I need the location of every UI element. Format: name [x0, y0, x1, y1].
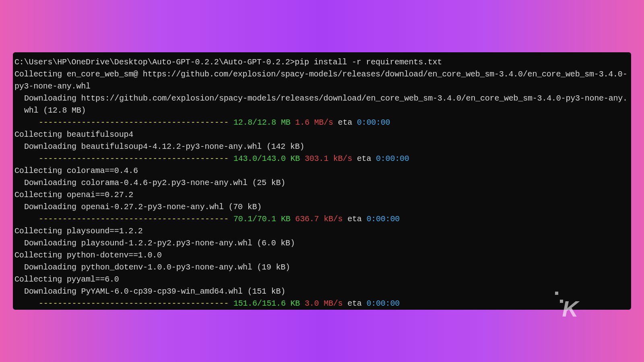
output-line: Collecting pyyaml==6.0 [14, 274, 630, 286]
output-line: Downloading playsound-1.2.2-py2.py3-none… [14, 237, 630, 249]
output-line: Collecting en_core_web_sm@ https://githu… [14, 68, 630, 93]
output-line: Downloading PyYAML-6.0-cp39-cp39-win_amd… [14, 286, 630, 298]
progress-line: ----------------------------------------… [14, 117, 630, 129]
eta-label: eta [347, 299, 361, 308]
watermark-logo: K [562, 296, 578, 322]
progress-bar: ---------------------------------------- [39, 299, 229, 308]
download-size: 143.0/143.0 KB [233, 154, 300, 163]
progress-line: ----------------------------------------… [14, 213, 630, 225]
eta-time: 0:00:00 [357, 118, 390, 127]
command-prompt-line: C:\Users\HP\OneDrive\Desktop\Auto-GPT-0.… [14, 56, 630, 68]
output-line: Collecting colorama==0.4.6 [14, 165, 630, 177]
download-size: 151.6/151.6 KB [233, 299, 300, 308]
eta-time: 0:00:00 [366, 214, 400, 224]
output-line: Downloading beautifulsoup4-4.12.2-py3-no… [14, 141, 630, 153]
progress-bar: ---------------------------------------- [39, 214, 229, 224]
terminal-window[interactable]: C:\Users\HP\OneDrive\Desktop\Auto-GPT-0.… [13, 52, 631, 310]
eta-time: 0:00:00 [366, 299, 400, 308]
progress-line: ----------------------------------------… [14, 298, 630, 310]
download-size: 70.1/70.1 KB [233, 214, 291, 224]
eta-label: eta [347, 214, 361, 224]
output-line: Collecting beautifulsoup4 [14, 129, 630, 141]
download-speed: 1.6 MB/s [295, 118, 333, 127]
progress-bar: ---------------------------------------- [39, 154, 229, 163]
progress-bar: ---------------------------------------- [39, 118, 229, 127]
download-speed: 3.0 MB/s [305, 299, 343, 308]
download-size: 12.8/12.8 MB [233, 118, 291, 127]
progress-line: ----------------------------------------… [14, 153, 630, 165]
output-line: Collecting openai==0.27.2 [14, 189, 630, 201]
eta-time: 0:00:00 [376, 154, 409, 163]
eta-label: eta [338, 118, 352, 127]
output-line: Downloading openai-0.27.2-py3-none-any.w… [14, 201, 630, 213]
output-line: Downloading python_dotenv-1.0.0-py3-none… [14, 261, 630, 274]
output-line: Collecting playsound==1.2.2 [14, 225, 630, 237]
download-speed: 636.7 kB/s [295, 214, 343, 224]
terminal-output: Collecting en_core_web_sm@ https://githu… [14, 68, 630, 310]
output-line: Collecting python-dotenv==1.0.0 [14, 249, 630, 261]
output-line: Downloading https://github.com/explosion… [14, 93, 630, 117]
download-speed: 303.1 kB/s [305, 154, 352, 163]
eta-label: eta [357, 154, 371, 163]
output-line: Downloading colorama-0.4.6-py2.py3-none-… [14, 177, 630, 189]
